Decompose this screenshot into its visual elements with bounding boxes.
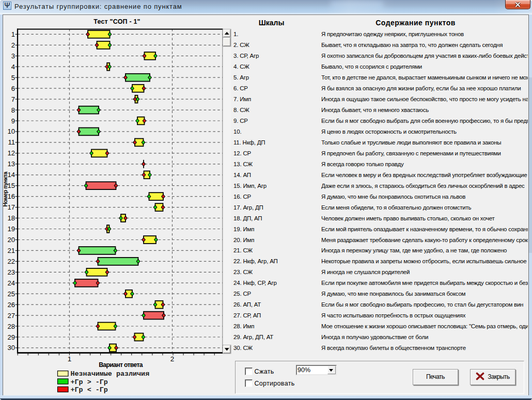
svg-text:29: 29 [8, 333, 15, 341]
svg-text:3: 3 [11, 52, 15, 60]
svg-text:Номер пункта: Номер пункта [3, 171, 9, 206]
svg-text:18: 18 [8, 214, 15, 222]
svg-text:26: 26 [8, 301, 15, 309]
svg-text:28: 28 [8, 323, 15, 330]
svg-text:8: 8 [11, 106, 15, 114]
svg-text:13: 13 [8, 160, 15, 168]
svg-text:6: 6 [11, 85, 15, 92]
svg-text:1: 1 [68, 355, 72, 363]
svg-text:Тест "СОП - 1": Тест "СОП - 1" [93, 18, 140, 25]
svg-text:12: 12 [8, 149, 15, 157]
svg-text:25: 25 [8, 290, 15, 298]
svg-text:14: 14 [8, 171, 15, 179]
svg-text:27: 27 [8, 312, 15, 319]
svg-text:Незначимые различия: Незначимые различия [71, 370, 150, 378]
svg-text:16: 16 [8, 193, 15, 200]
svg-text:20: 20 [8, 236, 15, 244]
svg-text:19: 19 [8, 225, 15, 233]
svg-text:2: 2 [11, 41, 15, 49]
svg-text:4: 4 [11, 63, 15, 71]
svg-text:23: 23 [8, 268, 15, 276]
svg-text:5: 5 [11, 74, 15, 82]
svg-text:9: 9 [11, 117, 15, 125]
svg-text:10: 10 [8, 127, 15, 135]
svg-text:15: 15 [8, 182, 15, 189]
svg-text:22: 22 [8, 258, 15, 265]
svg-text:+Гр < -Гр: +Гр < -Гр [71, 386, 108, 394]
svg-text:21: 21 [8, 247, 15, 254]
svg-text:+Гр > -Гр: +Гр > -Гр [71, 378, 108, 386]
svg-text:1: 1 [11, 30, 15, 38]
svg-text:17: 17 [8, 203, 15, 211]
svg-text:24: 24 [8, 279, 15, 287]
svg-text:30: 30 [8, 344, 15, 351]
svg-text:Вариант ответа: Вариант ответа [99, 361, 143, 369]
svg-text:11: 11 [8, 138, 15, 146]
svg-text:2: 2 [170, 355, 175, 363]
svg-text:7: 7 [11, 95, 15, 103]
